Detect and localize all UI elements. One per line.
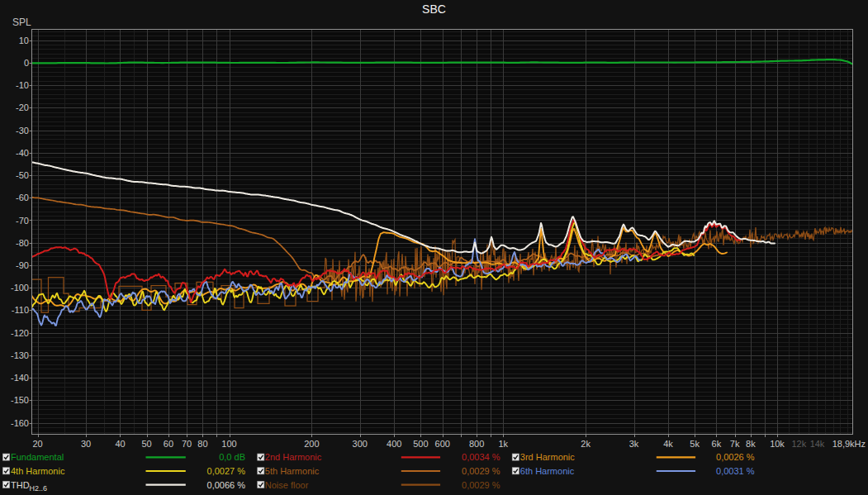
svg-text:30: 30: [81, 439, 91, 449]
svg-text:5k: 5k: [690, 439, 700, 449]
svg-text:500: 500: [413, 439, 428, 449]
svg-text:-130: -130: [11, 350, 29, 360]
svg-text:0,0027 %: 0,0027 %: [207, 466, 246, 476]
svg-text:-110: -110: [12, 305, 29, 315]
svg-text:400: 400: [387, 439, 401, 449]
svg-text:10: 10: [19, 36, 29, 45]
svg-text:-30: -30: [16, 126, 29, 136]
svg-text:1k: 1k: [498, 439, 508, 449]
svg-text:14k: 14k: [810, 439, 825, 449]
svg-text:0,0066 %: 0,0066 %: [207, 480, 246, 490]
svg-text:-20: -20: [16, 102, 29, 112]
svg-text:0,0 dB: 0,0 dB: [219, 452, 245, 462]
svg-text:60: 60: [164, 439, 173, 449]
svg-text:-70: -70: [16, 216, 29, 226]
svg-text:-90: -90: [16, 260, 29, 270]
svg-text:-160: -160: [11, 418, 29, 428]
svg-text:2k: 2k: [581, 439, 591, 449]
svg-text:-80: -80: [16, 238, 29, 248]
svg-text:-50: -50: [16, 170, 29, 180]
svg-text:Fundamental: Fundamental: [11, 452, 64, 462]
svg-text:-100: -100: [11, 283, 29, 293]
svg-text:-150: -150: [11, 395, 29, 405]
svg-text:SPL: SPL: [12, 17, 31, 28]
svg-text:8k: 8k: [746, 439, 756, 449]
svg-text:70: 70: [182, 439, 192, 449]
svg-text:3rd Harmonic: 3rd Harmonic: [520, 452, 576, 462]
svg-text:3k: 3k: [629, 439, 639, 449]
svg-text:7k: 7k: [730, 439, 740, 449]
svg-text:SBC: SBC: [422, 2, 446, 16]
svg-text:800: 800: [469, 439, 484, 449]
svg-text:-10: -10: [16, 80, 29, 90]
svg-text:40: 40: [115, 439, 125, 449]
svg-text:-60: -60: [16, 193, 29, 202]
svg-text:0,0029 %: 0,0029 %: [462, 480, 500, 490]
svg-text:6k: 6k: [712, 439, 722, 449]
svg-text:4k: 4k: [663, 439, 673, 449]
svg-text:0: 0: [24, 58, 29, 68]
svg-text:600: 600: [435, 439, 450, 449]
svg-text:20: 20: [32, 439, 42, 449]
svg-text:10k: 10k: [770, 439, 785, 449]
svg-text:80: 80: [197, 439, 207, 449]
svg-text:0,0031 %: 0,0031 %: [716, 466, 755, 476]
svg-text:18,9kHz: 18,9kHz: [832, 439, 866, 449]
svg-text:100: 100: [221, 439, 236, 449]
svg-text:12k: 12k: [791, 439, 806, 449]
svg-text:4th Harmonic: 4th Harmonic: [11, 466, 65, 476]
svg-text:300: 300: [353, 439, 368, 449]
svg-text:0,0026 %: 0,0026 %: [716, 452, 755, 462]
svg-text:-140: -140: [11, 373, 29, 383]
svg-text:-40: -40: [16, 148, 29, 158]
svg-text:2nd Harmonic: 2nd Harmonic: [265, 452, 322, 462]
svg-text:-120: -120: [11, 328, 29, 338]
svg-text:0,0034 %: 0,0034 %: [462, 452, 500, 462]
svg-text:200: 200: [304, 439, 319, 449]
svg-text:0,0029 %: 0,0029 %: [462, 466, 500, 476]
svg-text:50: 50: [141, 439, 151, 449]
svg-text:5th Harmonic: 5th Harmonic: [265, 466, 320, 476]
svg-text:Noise floor: Noise floor: [265, 480, 309, 490]
svg-text:6th Harmonic: 6th Harmonic: [520, 466, 575, 476]
